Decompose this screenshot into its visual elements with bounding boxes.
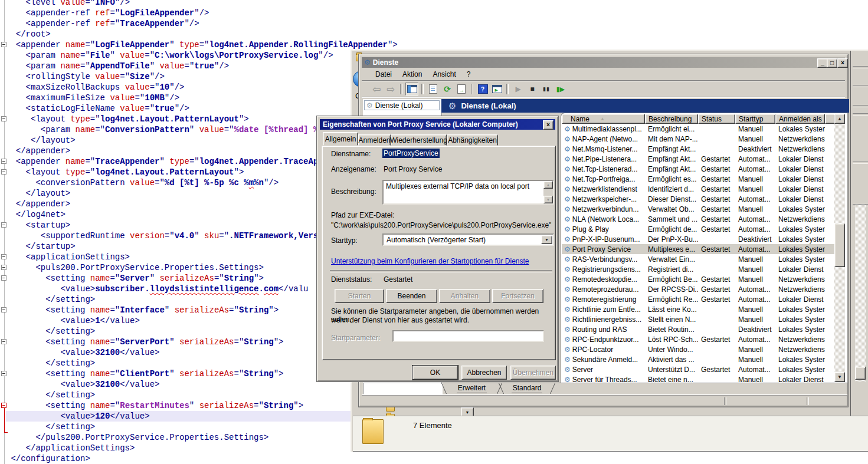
chevron-down-icon[interactable]: ▼ — [541, 235, 552, 244]
code-line[interactable]: </setting> — [6, 422, 398, 432]
cancel-button[interactable]: Abbrechen — [461, 366, 507, 380]
fold-marker-icon[interactable] — [1, 403, 6, 408]
table-row[interactable]: ⚙Port Proxy ServiceMultiplexes e...Gesta… — [562, 244, 834, 254]
fold-marker-icon[interactable] — [1, 265, 6, 270]
show-extended-view-icon[interactable]: ▶ — [490, 83, 503, 96]
fold-marker-icon[interactable] — [1, 116, 6, 121]
table-row[interactable]: ⚙Net.Tcp-Portfreiga...Ermöglicht es...Ge… — [562, 174, 834, 184]
properties-dialog[interactable]: Eigenschaften von Port Proxy Service (Lo… — [317, 116, 558, 381]
table-row[interactable]: ⚙Multimediaklassenpl...Ermöglicht ei...M… — [562, 124, 834, 134]
menu-item-ansicht[interactable]: Ansicht — [427, 69, 461, 80]
tab-abhangigkeiten[interactable]: Abhängigkeiten — [447, 134, 498, 146]
table-row[interactable]: ⚙Netzwerkverbindun...Verwaltet Ob...Gest… — [562, 204, 834, 214]
view-tab-standard[interactable]: Standard — [503, 383, 551, 393]
fold-marker-icon[interactable] — [1, 254, 6, 259]
description-scrollbar[interactable]: ▲ ▼ — [543, 181, 553, 203]
fold-marker-icon[interactable] — [1, 169, 6, 175]
table-row[interactable]: ⚙Richtlinie zum Entfe...Lässt eine Ko...… — [562, 304, 834, 314]
menu-item-aktion[interactable]: Aktion — [397, 69, 427, 80]
back-icon[interactable]: ⇦ — [370, 83, 383, 96]
table-row[interactable]: ⚙Net.Msmq-Listener...Empfängt Akt...Deak… — [562, 144, 834, 154]
code-line[interactable]: <appender name="LogFileAppender" type="l… — [6, 40, 398, 50]
fold-marker-icon[interactable] — [1, 339, 6, 344]
startup-options-link[interactable]: Unterstützung beim Konfigurieren der Sta… — [331, 257, 529, 265]
scroll-up-button[interactable]: ▲ — [834, 114, 845, 124]
services-list[interactable]: Name▲BeschreibungStatusStarttypAnmelden … — [561, 113, 847, 383]
beenden-button[interactable]: Beenden — [386, 289, 437, 303]
refresh-icon[interactable]: ⟳ — [441, 83, 454, 96]
forward-icon[interactable]: ⇨ — [384, 83, 397, 96]
menu-item-datei[interactable]: Datei — [370, 69, 397, 80]
explorer-scrollbar[interactable] — [855, 205, 866, 381]
menu-item-help[interactable]: ? — [461, 69, 476, 80]
table-row[interactable]: ⚙Netzwerkspeicher-...Dieser Dienst...Ges… — [562, 194, 834, 204]
table-row[interactable]: ⚙RemoteregistrierungErmöglicht Re...Gest… — [562, 294, 834, 304]
fold-marker-icon[interactable] — [1, 159, 6, 164]
code-line[interactable]: </applicationSettings> — [6, 443, 398, 453]
start-service-icon[interactable]: ▶ — [512, 83, 525, 96]
column-header-status[interactable]: Status — [698, 114, 735, 124]
table-row[interactable]: ⚙Richtlinienergebniss...Stellt einen N..… — [562, 314, 834, 324]
column-header-anmelden-als[interactable]: Anmelden als — [775, 114, 825, 124]
help-icon[interactable]: ? — [476, 83, 489, 96]
code-line[interactable]: <value>120</value> — [6, 411, 398, 422]
code-line[interactable]: </puls200.PortProxyService.Properties.Se… — [6, 432, 398, 443]
table-row[interactable]: ⚙NetzwerklistendienstIdentifiziert d...G… — [562, 184, 834, 194]
ok-button[interactable]: OK — [412, 366, 458, 380]
table-row[interactable]: ⚙Plug & PlayErmöglicht de...GestartetAut… — [562, 224, 834, 234]
code-line[interactable]: <setting name="RestartMinutes" serialize… — [6, 400, 398, 411]
close-icon[interactable]: × — [543, 120, 553, 130]
table-row[interactable]: ⚙Net.Pipe-Listenera...Empfängt Akt...Ges… — [562, 154, 834, 164]
view-tab-erweitert[interactable]: Erweitert — [446, 383, 497, 393]
fold-marker-icon[interactable] — [1, 222, 6, 228]
table-row[interactable]: ⚙Remoteprozedurau...Der RPCSS-Di...Gesta… — [562, 284, 834, 294]
column-header-starttyp[interactable]: Starttyp — [735, 114, 775, 124]
table-row[interactable]: ⚙Server für Threads...Bietet eine n...Ma… — [562, 374, 834, 383]
table-row[interactable]: ⚙Routing und RASBietet Routin...Deaktivi… — [562, 324, 834, 334]
services-scrollbar[interactable]: ▲ ▼ — [834, 114, 845, 382]
code-line[interactable]: <appender-ref ref="TraceAppender"/> — [6, 18, 398, 29]
fold-marker-icon[interactable] — [1, 275, 6, 281]
tree-item-dienste-lokal[interactable]: ⚙ Dienste (Lokal) — [364, 100, 440, 110]
tab-wiederherstellung[interactable]: Wiederherstellung — [391, 134, 447, 146]
code-line[interactable]: </root> — [6, 29, 398, 40]
code-line[interactable]: <maximumFileSize value="10MB"/> — [6, 93, 398, 103]
code-line[interactable]: <staticLogFileName value="true"/> — [6, 103, 398, 114]
code-line[interactable]: <param name="AppendToFile" value="true"/… — [6, 61, 398, 71]
tab-anmelden[interactable]: Anmelden — [358, 134, 391, 146]
scroll-up-icon[interactable]: ▲ — [543, 181, 553, 189]
restart-service-icon[interactable]: ▮▶ — [554, 83, 567, 96]
code-line[interactable]: <appender-ref ref="LogFileAppender"/> — [6, 8, 398, 18]
fold-marker-icon[interactable] — [1, 307, 6, 312]
table-row[interactable]: ⚙Remotedesktopdie...Ermöglicht Be...Gest… — [562, 274, 834, 284]
column-header-name[interactable]: Name▲ — [562, 114, 645, 124]
pause-service-icon[interactable]: ▮▮ — [540, 83, 553, 96]
table-row[interactable]: ⚙RPC-Endpunktzuor...Löst RPC-Sch...Gesta… — [562, 334, 834, 344]
table-row[interactable]: ⚙Net.Tcp-Listenerad...Empfängt Akt...Ges… — [562, 164, 834, 174]
column-header-stub[interactable] — [825, 114, 835, 124]
code-line[interactable]: <level value="INFO"/> — [6, 0, 398, 8]
tab-allgemein[interactable]: Allgemein — [323, 132, 358, 146]
fold-marker-icon[interactable] — [1, 42, 6, 47]
table-row[interactable]: ⚙Sekundäre Anmeld...Aktiviert das ...Man… — [562, 354, 834, 364]
scroll-down-button[interactable]: ▼ — [834, 372, 845, 382]
table-row[interactable]: ⚙Registrierungsdiens...Registriert di...… — [562, 264, 834, 274]
code-line[interactable]: </configuration> — [6, 453, 398, 464]
stop-service-icon[interactable]: ■ — [526, 83, 539, 96]
starttype-select[interactable]: Automatisch (Verzögerter Start) ▼ — [382, 233, 554, 246]
scrollbar-thumb[interactable] — [834, 223, 845, 267]
table-row[interactable]: ⚙RPC-LocatorUnter Windo...ManuellNetzwer… — [562, 344, 834, 354]
code-line[interactable]: </setting> — [6, 390, 398, 400]
startparams-input[interactable] — [392, 330, 544, 342]
fold-marker-icon[interactable] — [1, 371, 6, 376]
services-titlebar[interactable]: ⚙ Dienste — [362, 57, 845, 68]
column-header-beschreibung[interactable]: Beschreibung — [645, 114, 698, 124]
show-console-tree-icon[interactable] — [405, 83, 418, 96]
scrollbar-thumb[interactable] — [855, 367, 866, 380]
code-line[interactable]: <param name="File" value="C:\work\logs\P… — [6, 50, 398, 61]
code-line[interactable]: <rollingStyle value="Size"/> — [6, 71, 398, 82]
table-row[interactable]: ⚙ServerUnterstützt D...GestartetAutomat.… — [562, 364, 834, 374]
properties-icon[interactable] — [427, 83, 440, 96]
table-row[interactable]: ⚙NAP-Agent (Netwo...Mit dem NAP-...Manue… — [562, 134, 834, 144]
dialog-titlebar[interactable]: Eigenschaften von Port Proxy Service (Lo… — [320, 119, 555, 130]
